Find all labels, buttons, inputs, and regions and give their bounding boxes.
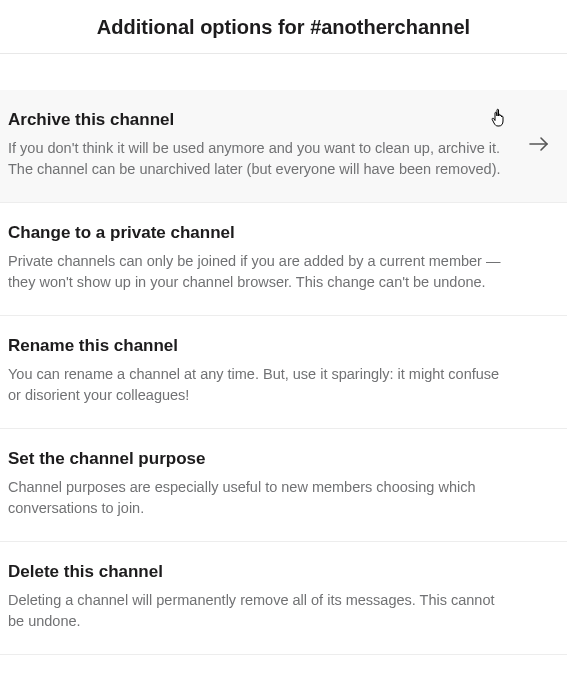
option-title: Set the channel purpose: [8, 449, 507, 469]
option-title: Archive this channel: [8, 110, 507, 130]
options-list: Archive this channel If you don't think …: [0, 54, 567, 655]
title-prefix: Additional options for: [97, 16, 310, 38]
option-rename-channel[interactable]: Rename this channel You can rename a cha…: [0, 316, 567, 429]
option-description: You can rename a channel at any time. Bu…: [8, 364, 507, 406]
option-description: Deleting a channel will permanently remo…: [8, 590, 507, 632]
channel-name: #anotherchannel: [310, 16, 470, 38]
option-description: Channel purposes are especially useful t…: [8, 477, 507, 519]
chevron-right-icon: [527, 132, 551, 160]
option-title: Delete this channel: [8, 562, 507, 582]
option-archive-channel[interactable]: Archive this channel If you don't think …: [0, 90, 567, 203]
option-change-private[interactable]: Change to a private channel Private chan…: [0, 203, 567, 316]
option-set-purpose[interactable]: Set the channel purpose Channel purposes…: [0, 429, 567, 542]
option-delete-channel[interactable]: Delete this channel Deleting a channel w…: [0, 542, 567, 655]
option-description: Private channels can only be joined if y…: [8, 251, 507, 293]
option-description: If you don't think it will be used anymo…: [8, 138, 507, 180]
option-title: Change to a private channel: [8, 223, 507, 243]
page-title: Additional options for #anotherchannel: [0, 16, 567, 39]
option-title: Rename this channel: [8, 336, 507, 356]
dialog-header: Additional options for #anotherchannel: [0, 0, 567, 54]
